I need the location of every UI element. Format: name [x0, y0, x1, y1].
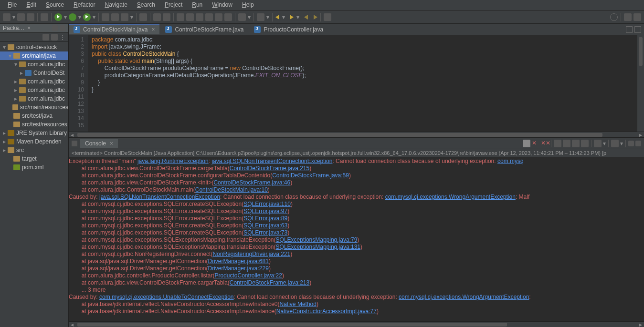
remove-all-icon[interactable]: ✕✕ — [541, 140, 549, 147]
minimize-icon[interactable] — [52, 25, 58, 31]
run-icon[interactable] — [54, 13, 62, 21]
menu-project[interactable]: Project — [160, 0, 187, 10]
display-console-icon[interactable] — [594, 140, 602, 147]
menu-navigate[interactable]: Navigate — [100, 0, 132, 10]
menu-search[interactable]: Search — [132, 0, 160, 10]
tree-item[interactable]: ▸com.alura.jdbc — [0, 86, 68, 94]
console-tab[interactable]: Console × — [80, 139, 118, 148]
breadcrumb-icon[interactable] — [196, 13, 203, 21]
toggle-mark-icon[interactable] — [177, 13, 184, 21]
java-file-icon — [74, 26, 80, 33]
editor-hscroll[interactable]: ◂ ▸ — [69, 132, 644, 137]
collapse-all-icon[interactable] — [42, 34, 49, 41]
open-perspective-icon[interactable] — [624, 13, 632, 21]
scroll-lock-icon[interactable] — [563, 140, 570, 147]
minimize-editor-icon[interactable] — [626, 26, 633, 33]
menu-edit[interactable]: Edit — [21, 0, 41, 10]
coverage-icon[interactable] — [83, 13, 91, 21]
pin-icon[interactable] — [238, 13, 246, 21]
java-file-icon — [254, 26, 261, 33]
tree-item[interactable]: src/main/resources — [0, 103, 68, 112]
tab-label: ControlDeStockFrame.java — [175, 26, 243, 33]
editor-scrollbar[interactable] — [637, 35, 644, 132]
main-menu[interactable]: FileEditSourceRefactorNavigateSearchProj… — [0, 0, 644, 10]
last-edit-fwd-icon[interactable] — [314, 15, 317, 20]
java-file-icon — [165, 26, 172, 33]
nav-back-icon[interactable] — [275, 15, 279, 20]
code-area[interactable]: package com.alura.jdbc;import javax.swin… — [88, 35, 644, 132]
menu-window[interactable]: Window — [207, 0, 237, 10]
open-type-icon[interactable] — [139, 13, 147, 21]
search-icon[interactable] — [153, 13, 161, 21]
tree-item[interactable]: ▸JRE System Library — [0, 129, 68, 137]
tree-item[interactable]: pom.xml — [0, 163, 68, 172]
menu-file[interactable]: File — [3, 0, 21, 10]
tree-item[interactable]: src/test/java — [0, 112, 68, 120]
tree-item[interactable]: ▸src — [0, 146, 68, 154]
maximize-editor-icon[interactable] — [634, 26, 641, 33]
min-view-icon[interactable] — [628, 141, 634, 146]
ruler-icon[interactable] — [215, 13, 222, 21]
tree-item[interactable]: ▸com.alura.jdbc — [0, 77, 68, 86]
close-icon[interactable]: × — [110, 140, 113, 147]
console-hscroll[interactable]: ◂ ▸ — [69, 321, 644, 327]
console-icon — [72, 141, 77, 146]
task-icon[interactable] — [163, 13, 170, 21]
java-perspective-icon[interactable] — [633, 13, 641, 21]
package-explorer: Packa… × ⋮ ▾control-de-stock▾src/main/ja… — [0, 24, 69, 327]
max-view-icon[interactable] — [635, 141, 641, 146]
remove-launch-icon[interactable]: ✕ — [532, 140, 539, 147]
view-menu-icon[interactable]: ⋮ — [60, 34, 65, 41]
package-explorer-toolbar: ⋮ — [0, 33, 68, 42]
save-icon[interactable] — [17, 13, 25, 21]
project-tree[interactable]: ▾control-de-stock▾src/main/java▾com.alur… — [0, 42, 68, 327]
new-package-icon[interactable] — [102, 13, 109, 21]
close-icon[interactable]: × — [27, 25, 31, 31]
tree-item[interactable]: ▸com.alura.jdbc — [0, 94, 68, 103]
tree-item[interactable]: ▾control-de-stock — [0, 43, 68, 51]
toggle-block-icon[interactable] — [186, 13, 194, 21]
console-title: Console — [85, 140, 106, 147]
package-explorer-tab[interactable]: Packa… × — [0, 24, 68, 33]
maximize-icon[interactable] — [60, 25, 65, 31]
link-editor-icon[interactable] — [51, 34, 58, 41]
last-edit-back-icon[interactable] — [304, 15, 308, 20]
menu-source[interactable]: Source — [41, 0, 69, 10]
menu-help[interactable]: Help — [237, 0, 259, 10]
console-process-header: <terminated> ControlDeStockMain [Java Ap… — [69, 149, 644, 157]
editor-tab[interactable]: ProductoController.java — [249, 24, 328, 34]
tree-item[interactable]: ▸Maven Dependen — [0, 137, 68, 146]
tree-item[interactable]: src/test/resources — [0, 120, 68, 129]
code-editor[interactable]: 1236789101112131415 package com.alura.jd… — [69, 35, 644, 132]
view-title: Packa… — [3, 25, 24, 31]
pin-console-icon[interactable] — [581, 140, 589, 147]
build-icon[interactable] — [41, 13, 48, 21]
tree-item[interactable]: target — [0, 154, 68, 163]
line-gutter: 1236789101112131415 — [69, 35, 88, 132]
menu-refactor[interactable]: Refactor — [69, 0, 100, 10]
perspective-icon[interactable] — [324, 13, 331, 21]
menu-run[interactable]: Run — [187, 0, 207, 10]
open-console-icon[interactable] — [611, 140, 619, 147]
annotation-icon[interactable] — [257, 13, 264, 21]
tree-item[interactable]: ▾src/main/java — [0, 51, 68, 60]
paragraph-icon[interactable] — [224, 13, 232, 21]
close-icon[interactable]: × — [151, 26, 155, 33]
whitespace-icon[interactable] — [205, 13, 213, 21]
tree-item[interactable]: ▾com.alura.jdbc — [0, 60, 68, 69]
console-tab-bar: Console × ✕ ✕✕ ▾ ▾ — [69, 138, 644, 149]
editor-tab[interactable]: ControlDeStockMain.java× — [69, 24, 159, 34]
debug-icon[interactable] — [69, 13, 76, 21]
nav-forward-icon[interactable] — [290, 15, 294, 20]
word-wrap-icon[interactable] — [572, 140, 580, 147]
new-class-icon[interactable] — [111, 13, 119, 21]
clear-console-icon[interactable] — [554, 140, 561, 147]
editor-tab[interactable]: ControlDeStockFrame.java — [160, 24, 248, 34]
search-global-icon[interactable] — [610, 13, 618, 21]
new-folder-icon[interactable] — [121, 13, 128, 21]
new-icon[interactable] — [3, 13, 11, 21]
terminate-icon[interactable] — [523, 140, 530, 147]
console-output[interactable]: Exception in thread "main" java.lang.Run… — [69, 157, 644, 321]
save-all-icon[interactable] — [27, 13, 34, 21]
tree-item[interactable]: ▸ControlDeSt — [0, 69, 68, 77]
